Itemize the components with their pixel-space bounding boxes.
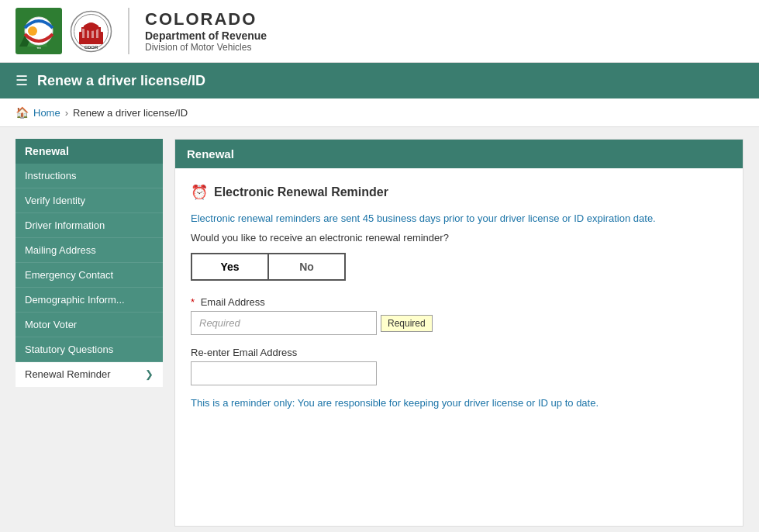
colorado-flag-logo: ™ <box>16 8 62 54</box>
section-title: ⏰ Electronic Renewal Reminder <box>191 184 727 201</box>
content-header: Renewal <box>175 140 743 168</box>
sidebar-item-emergency-contact[interactable]: Emergency Contact <box>16 263 163 288</box>
svg-rect-13 <box>96 29 98 38</box>
no-button[interactable]: No <box>269 254 344 279</box>
info-text: Electronic renewal reminders are sent 45… <box>191 212 727 224</box>
sidebar-item-demographic-info[interactable]: Demographic Inform... <box>16 288 163 313</box>
email-label: * Email Address <box>191 296 727 308</box>
org-dept: Department of Revenue <box>145 29 267 42</box>
section-heading: Electronic Renewal Reminder <box>214 185 388 199</box>
page-header: ™ CDOR COLORADO Department of Revenue Di… <box>0 0 759 63</box>
cdor-seal-logo: CDOR <box>70 10 112 53</box>
svg-rect-10 <box>82 29 85 38</box>
org-text: COLORADO Department of Revenue Division … <box>145 9 267 53</box>
org-name: COLORADO <box>145 9 267 29</box>
nav-bar: ☰ Renew a driver license/ID <box>0 63 759 98</box>
yes-no-toggle: Yes No <box>191 253 346 281</box>
main-content: Renewal Instructions Verify Identity Dri… <box>0 127 759 532</box>
sidebar-item-motor-voter[interactable]: Motor Voter <box>16 313 163 337</box>
svg-text:CDOR: CDOR <box>85 45 98 50</box>
content-area: Renewal ⏰ Electronic Renewal Reminder El… <box>174 139 743 527</box>
logo-area: ™ CDOR COLORADO Department of Revenue Di… <box>16 8 267 54</box>
reenter-email-input[interactable] <box>191 361 377 385</box>
nav-title: Renew a driver license/ID <box>37 73 205 89</box>
reenter-email-label: Re-enter Email Address <box>191 347 727 358</box>
sidebar-item-driver-information[interactable]: Driver Information <box>16 213 163 238</box>
sidebar-item-mailing-address[interactable]: Mailing Address <box>16 238 163 263</box>
reminder-question: Would you like to receive an electronic … <box>191 232 727 244</box>
svg-text:™: ™ <box>36 47 41 51</box>
svg-point-15 <box>87 22 96 29</box>
email-input[interactable] <box>191 311 377 335</box>
email-group: * Email Address Required <box>191 296 727 335</box>
org-div: Division of Motor Vehicles <box>145 42 267 53</box>
required-star: * <box>191 296 195 308</box>
svg-point-4 <box>28 26 37 36</box>
email-input-row: Required <box>191 311 727 335</box>
yes-button[interactable]: Yes <box>192 254 267 279</box>
footer-note: This is a reminder only: You are respons… <box>191 397 727 409</box>
reminder-icon: ⏰ <box>191 184 208 201</box>
logo-divider <box>128 8 129 54</box>
breadcrumb-current: Renew a driver license/ID <box>73 107 188 119</box>
content-body: ⏰ Electronic Renewal Reminder Electronic… <box>175 168 743 424</box>
reenter-email-group: Re-enter Email Address <box>191 347 727 385</box>
sidebar: Renewal Instructions Verify Identity Dri… <box>16 139 163 527</box>
home-icon: 🏠 <box>16 106 29 119</box>
breadcrumb-home[interactable]: Home <box>33 107 60 119</box>
hamburger-menu[interactable]: ☰ <box>16 72 28 89</box>
required-tooltip: Required <box>381 315 433 332</box>
sidebar-item-renewal-reminder[interactable]: Renewal Reminder <box>16 362 163 387</box>
breadcrumb-separator: › <box>65 107 68 119</box>
sidebar-item-statutory-questions[interactable]: Statutory Questions <box>16 337 163 362</box>
sidebar-header: Renewal <box>16 139 163 164</box>
sidebar-item-verify-identity[interactable]: Verify Identity <box>16 188 163 213</box>
breadcrumb: 🏠 Home › Renew a driver license/ID <box>0 98 759 127</box>
sidebar-item-instructions[interactable]: Instructions <box>16 164 163 188</box>
